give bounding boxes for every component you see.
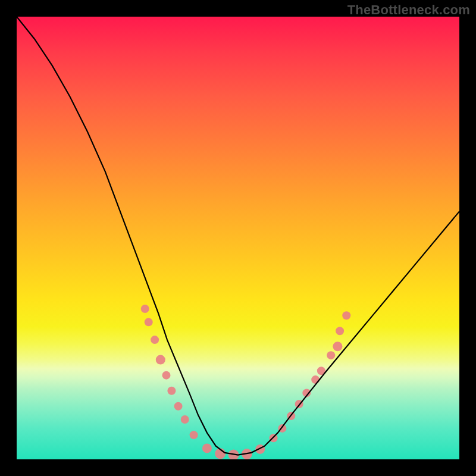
data-marker xyxy=(333,342,342,351)
chart-overlay xyxy=(17,17,459,459)
data-marker xyxy=(141,305,149,313)
data-marker xyxy=(336,327,344,335)
data-marker xyxy=(202,443,212,453)
bottleneck-curve xyxy=(17,17,459,455)
chart-frame: TheBottleneck.com xyxy=(0,0,476,476)
data-marker xyxy=(151,336,159,344)
data-marker xyxy=(162,371,170,380)
data-marker xyxy=(327,351,335,359)
data-marker xyxy=(342,311,350,320)
watermark-text: TheBottleneck.com xyxy=(347,2,470,18)
data-marker xyxy=(167,387,176,395)
data-marker xyxy=(145,318,153,326)
scatter-markers xyxy=(141,305,351,459)
data-marker xyxy=(255,444,265,454)
data-marker xyxy=(311,375,320,384)
data-marker xyxy=(174,402,183,411)
data-marker xyxy=(181,415,189,424)
data-marker xyxy=(190,431,198,439)
data-marker xyxy=(156,355,165,365)
plot-area xyxy=(17,17,459,459)
